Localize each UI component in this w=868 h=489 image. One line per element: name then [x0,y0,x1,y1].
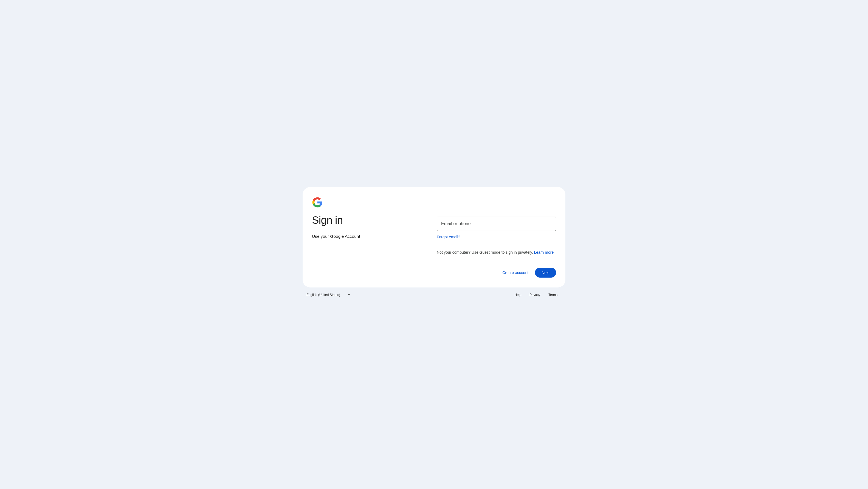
page-title: Sign in [312,214,431,226]
language-label: English (United States) [306,293,340,297]
button-row: Create account Next [437,268,556,278]
next-button[interactable]: Next [535,268,556,278]
guest-mode-prefix: Not your computer? Use Guest mode to sig… [437,250,534,255]
footer-links: Help Privacy Terms [510,291,562,299]
chevron-down-icon [348,294,350,295]
language-selector[interactable]: English (United States) [306,291,350,298]
privacy-link[interactable]: Privacy [525,291,544,299]
help-link[interactable]: Help [510,291,525,299]
google-logo-icon [312,197,323,208]
email-input[interactable] [437,217,556,231]
left-column: Sign in Use your Google Account [312,197,431,278]
signin-card: Sign in Use your Google Account Forgot e… [303,187,565,287]
right-column: Forgot email? Not your computer? Use Gue… [437,197,556,278]
footer: English (United States) Help Privacy Ter… [303,287,565,302]
email-input-container [437,217,556,231]
guest-mode-text: Not your computer? Use Guest mode to sig… [437,250,556,255]
learn-more-link[interactable]: Learn more [534,250,554,255]
forgot-email-link[interactable]: Forgot email? [437,235,556,239]
subtitle: Use your Google Account [312,234,431,239]
create-account-button[interactable]: Create account [498,268,533,278]
terms-link[interactable]: Terms [544,291,562,299]
